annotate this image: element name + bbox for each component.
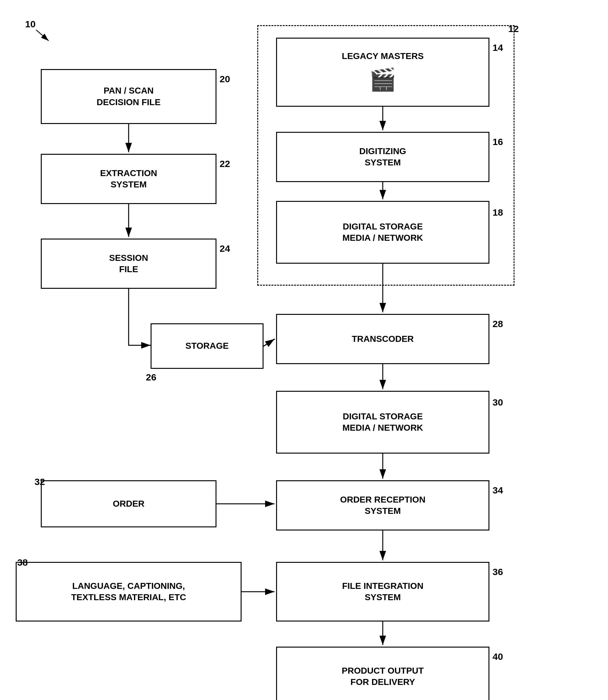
extraction-system-box: EXTRACTIONSYSTEM (41, 154, 216, 204)
file-integration-box: FILE INTEGRATIONSYSTEM (276, 562, 489, 622)
storage-box: STORAGE (151, 323, 264, 369)
transcoder-box: TRANSCODER (276, 314, 489, 364)
num-18: 18 (493, 207, 503, 218)
num-12: 12 (508, 23, 518, 34)
num-20: 20 (220, 74, 230, 85)
diagram-num-10: 10 (25, 19, 35, 30)
num-34: 34 (493, 485, 503, 496)
language-cap-label: LANGUAGE, CAPTIONING,TEXTLESS MATERIAL, … (71, 581, 186, 603)
num-24: 24 (220, 243, 230, 254)
session-file-label: SESSIONFILE (109, 252, 148, 275)
order-box: ORDER (41, 480, 216, 527)
digitizing-system-box: DIGITIZINGSYSTEM (276, 132, 489, 182)
language-cap-box: LANGUAGE, CAPTIONING,TEXTLESS MATERIAL, … (16, 562, 242, 622)
diagram-container: 10 12 LEGACY MASTERS 🎬 14 DIGITIZINGSYST… (0, 0, 608, 700)
product-output-label: PRODUCT OUTPUTFOR DELIVERY (342, 665, 423, 688)
num-32: 32 (35, 477, 45, 487)
transcoder-label: TRANSCODER (352, 333, 414, 345)
pan-scan-box: PAN / SCANDECISION FILE (41, 69, 216, 124)
order-reception-box: ORDER RECEPTIONSYSTEM (276, 480, 489, 531)
digital-storage-1-box: DIGITAL STORAGEMEDIA / NETWORK (276, 201, 489, 264)
num-40: 40 (493, 651, 503, 662)
film-icon: 🎬 (369, 65, 396, 94)
num-28: 28 (493, 319, 503, 329)
digitizing-system-label: DIGITIZINGSYSTEM (359, 146, 406, 169)
svg-line-4 (264, 339, 274, 346)
digital-storage-2-box: DIGITAL STORAGEMEDIA / NETWORK (276, 391, 489, 454)
pan-scan-label: PAN / SCANDECISION FILE (97, 85, 160, 108)
digital-storage-2-label: DIGITAL STORAGEMEDIA / NETWORK (342, 411, 423, 434)
legacy-masters-label: LEGACY MASTERS (342, 51, 424, 62)
session-file-box: SESSIONFILE (41, 239, 216, 289)
num-14: 14 (493, 42, 503, 53)
num-30: 30 (493, 397, 503, 408)
file-integration-label: FILE INTEGRATIONSYSTEM (342, 581, 423, 603)
num-38: 38 (17, 557, 27, 568)
num-26: 26 (146, 372, 156, 383)
order-label: ORDER (113, 498, 144, 510)
storage-label: STORAGE (185, 340, 229, 352)
num-36: 36 (493, 567, 503, 577)
order-reception-label: ORDER RECEPTIONSYSTEM (340, 494, 425, 517)
product-output-box: PRODUCT OUTPUTFOR DELIVERY (276, 647, 489, 700)
svg-line-14 (264, 339, 275, 346)
svg-line-1 (36, 30, 49, 41)
digital-storage-1-label: DIGITAL STORAGEMEDIA / NETWORK (342, 221, 423, 244)
extraction-system-label: EXTRACTIONSYSTEM (100, 168, 157, 190)
legacy-masters-box: LEGACY MASTERS 🎬 (276, 38, 489, 107)
num-22: 22 (220, 159, 230, 169)
num-16: 16 (493, 136, 503, 147)
